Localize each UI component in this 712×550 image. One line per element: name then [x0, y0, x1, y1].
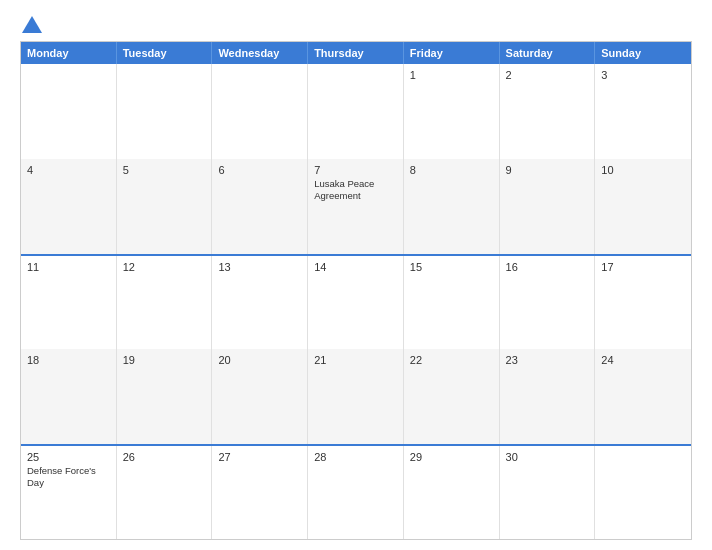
- day-number: 8: [410, 164, 493, 176]
- calendar-page: MondayTuesdayWednesdayThursdayFridaySatu…: [0, 0, 712, 550]
- day-number: 29: [410, 451, 493, 463]
- week-row-wrapper-1: 4567Lusaka Peace Agreement8910: [21, 159, 691, 254]
- day-cell-0-1: [117, 64, 213, 159]
- day-cell-2-1: 12: [117, 256, 213, 349]
- day-header-monday: Monday: [21, 42, 117, 64]
- day-cell-3-0: 18: [21, 349, 117, 444]
- day-number: 27: [218, 451, 301, 463]
- week-row-wrapper-2: 11121314151617: [21, 254, 691, 349]
- day-number: 24: [601, 354, 685, 366]
- day-number: 12: [123, 261, 206, 273]
- day-cell-3-5: 23: [500, 349, 596, 444]
- day-cell-2-4: 15: [404, 256, 500, 349]
- day-cell-2-0: 11: [21, 256, 117, 349]
- day-cell-4-5: 30: [500, 446, 596, 539]
- day-number: 4: [27, 164, 110, 176]
- day-number: 20: [218, 354, 301, 366]
- header: [20, 18, 692, 33]
- day-number: 18: [27, 354, 110, 366]
- day-number: 23: [506, 354, 589, 366]
- day-cell-4-0: 25Defense Force's Day: [21, 446, 117, 539]
- day-cell-2-3: 14: [308, 256, 404, 349]
- day-number: 7: [314, 164, 397, 176]
- week-row-0: 123: [21, 64, 691, 159]
- day-cell-2-6: 17: [595, 256, 691, 349]
- day-number: 16: [506, 261, 589, 273]
- day-cell-3-6: 24: [595, 349, 691, 444]
- day-cell-1-5: 9: [500, 159, 596, 254]
- week-row-wrapper-3: 18192021222324: [21, 349, 691, 444]
- week-row-4: 25Defense Force's Day2627282930: [21, 446, 691, 539]
- day-number: 13: [218, 261, 301, 273]
- week-row-3: 18192021222324: [21, 349, 691, 444]
- logo-triangle-icon: [22, 16, 42, 33]
- day-cell-4-2: 27: [212, 446, 308, 539]
- day-cell-0-0: [21, 64, 117, 159]
- day-cell-4-3: 28: [308, 446, 404, 539]
- day-cell-3-4: 22: [404, 349, 500, 444]
- day-cell-2-2: 13: [212, 256, 308, 349]
- day-cell-0-4: 1: [404, 64, 500, 159]
- week-row-wrapper-0: 123: [21, 64, 691, 159]
- logo: [20, 18, 42, 33]
- weeks-container: 1234567Lusaka Peace Agreement89101112131…: [21, 64, 691, 539]
- day-cell-0-6: 3: [595, 64, 691, 159]
- day-number: 2: [506, 69, 589, 81]
- day-number: 11: [27, 261, 110, 273]
- day-number: 1: [410, 69, 493, 81]
- day-cell-0-2: [212, 64, 308, 159]
- day-number: 10: [601, 164, 685, 176]
- day-cell-1-2: 6: [212, 159, 308, 254]
- day-number: 17: [601, 261, 685, 273]
- day-header-thursday: Thursday: [308, 42, 404, 64]
- week-row-1: 4567Lusaka Peace Agreement8910: [21, 159, 691, 254]
- day-number: 28: [314, 451, 397, 463]
- event-label: Defense Force's Day: [27, 465, 110, 490]
- day-number: 22: [410, 354, 493, 366]
- day-number: 9: [506, 164, 589, 176]
- day-cell-2-5: 16: [500, 256, 596, 349]
- day-header-saturday: Saturday: [500, 42, 596, 64]
- day-number: 5: [123, 164, 206, 176]
- day-cell-3-2: 20: [212, 349, 308, 444]
- calendar-grid: MondayTuesdayWednesdayThursdayFridaySatu…: [20, 41, 692, 540]
- day-cell-3-3: 21: [308, 349, 404, 444]
- day-cell-1-3: 7Lusaka Peace Agreement: [308, 159, 404, 254]
- day-cell-4-4: 29: [404, 446, 500, 539]
- day-number: 30: [506, 451, 589, 463]
- day-cell-3-1: 19: [117, 349, 213, 444]
- week-row-wrapper-4: 25Defense Force's Day2627282930: [21, 444, 691, 539]
- day-cell-1-6: 10: [595, 159, 691, 254]
- day-number: 3: [601, 69, 685, 81]
- day-header-friday: Friday: [404, 42, 500, 64]
- day-cell-0-5: 2: [500, 64, 596, 159]
- day-number: 26: [123, 451, 206, 463]
- week-row-2: 11121314151617: [21, 256, 691, 349]
- day-number: 21: [314, 354, 397, 366]
- day-header-sunday: Sunday: [595, 42, 691, 64]
- day-cell-0-3: [308, 64, 404, 159]
- day-header-wednesday: Wednesday: [212, 42, 308, 64]
- day-cell-1-4: 8: [404, 159, 500, 254]
- day-number: 19: [123, 354, 206, 366]
- day-headers-row: MondayTuesdayWednesdayThursdayFridaySatu…: [21, 42, 691, 64]
- day-cell-4-1: 26: [117, 446, 213, 539]
- day-cell-4-6: [595, 446, 691, 539]
- day-number: 14: [314, 261, 397, 273]
- day-cell-1-0: 4: [21, 159, 117, 254]
- day-number: 25: [27, 451, 110, 463]
- day-number: 6: [218, 164, 301, 176]
- day-number: 15: [410, 261, 493, 273]
- day-header-tuesday: Tuesday: [117, 42, 213, 64]
- day-cell-1-1: 5: [117, 159, 213, 254]
- event-label: Lusaka Peace Agreement: [314, 178, 397, 203]
